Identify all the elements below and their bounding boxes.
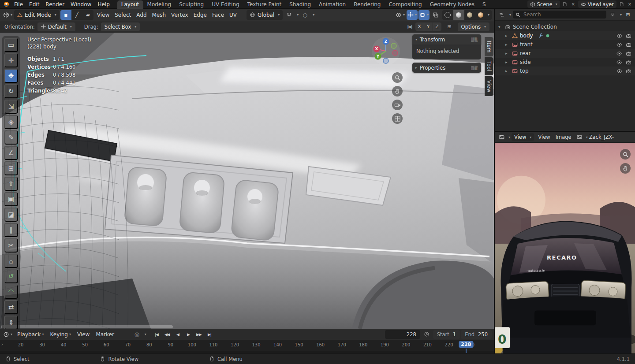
transform-panel-header[interactable]: ▾ Transform ▒▒ bbox=[412, 34, 481, 45]
workspace-tab[interactable]: UV Editing bbox=[208, 0, 243, 9]
outliner-object-row[interactable]: ▸ side bbox=[495, 58, 635, 67]
gizmo-minus-y[interactable] bbox=[391, 43, 396, 48]
timeline-menu-item[interactable]: Keying ▾ bbox=[47, 329, 74, 340]
smooth-tool[interactable]: ◠ bbox=[4, 285, 18, 299]
blender-logo-icon[interactable] bbox=[3, 1, 10, 7]
topbar-menu-item[interactable]: File bbox=[11, 0, 26, 9]
timeline-ruler[interactable]: 228 203040506070809010011012013014015016… bbox=[0, 340, 494, 351]
inset-faces-tool[interactable]: ▣ bbox=[4, 192, 18, 206]
scene-collection-row[interactable]: ▾ Scene Collection bbox=[495, 22, 635, 31]
mirror-axis-toggle[interactable]: Z bbox=[433, 22, 441, 31]
face-select-button[interactable]: ▰ bbox=[82, 10, 93, 20]
timeline-menu-item[interactable]: View ▾ bbox=[74, 329, 93, 340]
spin-tool[interactable]: ↺ bbox=[4, 269, 18, 283]
add-cube-tool[interactable]: ⊞ bbox=[4, 161, 18, 175]
disable-render-camera-icon[interactable] bbox=[626, 42, 631, 48]
scale-tool[interactable]: ⇲ bbox=[4, 100, 18, 114]
viewport-menu-item[interactable]: UV bbox=[227, 9, 239, 21]
snap-symmetry-button[interactable]: ⊞ bbox=[444, 22, 455, 32]
loop-cut-tool[interactable]: ∥ bbox=[4, 223, 18, 237]
poly-build-tool[interactable]: ⌂ bbox=[4, 254, 18, 268]
viewport-menu-item[interactable]: Mesh bbox=[149, 9, 169, 21]
image-editor-menu-item[interactable]: View bbox=[535, 132, 553, 142]
prev-keyframe-button[interactable]: ◀◀ bbox=[162, 330, 172, 339]
gizmo-z-axis[interactable]: Z bbox=[385, 39, 388, 44]
timeline-editor-type-button[interactable]: ▾ bbox=[2, 330, 13, 339]
next-keyframe-button[interactable]: ▶▶ bbox=[194, 330, 204, 339]
new-scene-button[interactable] bbox=[561, 1, 568, 8]
image-view-mode-dropdown[interactable]: View ▾ bbox=[512, 133, 534, 141]
topbar-menu-item[interactable]: Window bbox=[67, 0, 94, 9]
topbar-menu-item[interactable]: Edit bbox=[26, 0, 42, 9]
keying-options-caret[interactable]: ▾ bbox=[145, 332, 146, 336]
timeline-menu-item[interactable]: Playback ▾ bbox=[14, 329, 47, 340]
shrink-fatten-tool[interactable]: ⇕ bbox=[4, 316, 18, 330]
viewport-menu-item[interactable]: View bbox=[94, 9, 112, 21]
jump-start-button[interactable]: |◀ bbox=[152, 330, 161, 339]
ortho-toggle-button[interactable] bbox=[392, 113, 403, 124]
viewlayer-selector[interactable]: ViewLayer bbox=[578, 0, 616, 8]
proportional-options-caret[interactable]: ▾ bbox=[313, 13, 314, 17]
n-panel-tab[interactable]: View bbox=[485, 76, 493, 96]
mirror-axis-toggle[interactable]: X bbox=[415, 22, 424, 31]
orientation-dropdown[interactable]: Default ▾ bbox=[37, 22, 75, 31]
hide-viewport-eye-icon[interactable] bbox=[616, 51, 622, 56]
show-gizmos-button[interactable]: ▾ bbox=[407, 10, 418, 20]
n-panel-tab[interactable]: Tool bbox=[485, 57, 493, 75]
gizmo-x-axis[interactable]: X bbox=[375, 47, 378, 51]
unlink-scene-button[interactable]: × bbox=[570, 1, 577, 8]
end-frame-field[interactable]: End 250 bbox=[461, 330, 492, 339]
timeline-scrollbar[interactable] bbox=[0, 351, 494, 353]
options-dropdown[interactable]: Options ▾ bbox=[458, 22, 489, 31]
topbar-menu-item[interactable]: Render bbox=[42, 0, 67, 9]
image-datablock-icon[interactable] bbox=[575, 132, 583, 142]
filter-icon[interactable] bbox=[608, 10, 617, 19]
snap-options-caret[interactable]: ▾ bbox=[297, 13, 299, 17]
image-pan-button[interactable] bbox=[620, 163, 631, 174]
viewport-menu-item[interactable]: Vertex bbox=[168, 9, 191, 21]
mirror-axis-toggle[interactable]: Y bbox=[424, 22, 433, 31]
viewport-menu-item[interactable]: Face bbox=[209, 9, 227, 21]
outliner-object-row[interactable]: ▸ body bbox=[495, 31, 635, 40]
mode-dropdown[interactable]: Edit Mode ▾ bbox=[14, 10, 60, 20]
new-collection-button[interactable]: ⊞ bbox=[624, 10, 632, 19]
move-tool[interactable]: ✥ bbox=[4, 69, 18, 83]
workspace-tab[interactable]: Sculpting bbox=[175, 0, 208, 9]
hide-viewport-eye-icon[interactable] bbox=[616, 33, 622, 39]
extrude-region-tool[interactable]: ⇧ bbox=[4, 177, 18, 191]
solid-shading-button[interactable] bbox=[453, 10, 464, 20]
shading-options-caret[interactable]: ▾ bbox=[488, 13, 492, 17]
xray-toggle-button[interactable] bbox=[430, 10, 441, 20]
scene-selector[interactable]: Scene ▾ bbox=[527, 0, 560, 8]
workspace-tab[interactable]: Modeling bbox=[143, 0, 176, 9]
playhead-badge[interactable]: 228 bbox=[459, 341, 473, 348]
gizmo-minus-x[interactable] bbox=[392, 50, 398, 56]
play-reverse-button[interactable]: ◀ bbox=[173, 330, 183, 339]
viewport-menu-item[interactable]: Select bbox=[112, 9, 134, 21]
disable-render-camera-icon[interactable] bbox=[626, 68, 631, 74]
snap-toggle-button[interactable] bbox=[284, 10, 295, 20]
gizmo-y-axis[interactable]: Y bbox=[376, 54, 380, 59]
annotate-tool[interactable]: ✎ bbox=[4, 130, 18, 145]
rendered-shading-button[interactable] bbox=[475, 10, 486, 20]
measure-tool[interactable]: ∠ bbox=[4, 146, 18, 160]
hide-viewport-eye-icon[interactable] bbox=[616, 42, 622, 48]
transform-tool[interactable]: ◈ bbox=[4, 115, 18, 129]
disable-render-camera-icon[interactable] bbox=[626, 51, 631, 56]
jump-end-button[interactable]: ▶| bbox=[205, 330, 214, 339]
wireframe-shading-button[interactable] bbox=[442, 10, 453, 20]
outliner-editor-type-button[interactable] bbox=[497, 10, 506, 19]
material-shading-button[interactable] bbox=[464, 10, 475, 20]
viewport-menu-item[interactable]: Edge bbox=[191, 9, 209, 21]
search-input[interactable] bbox=[523, 11, 604, 18]
remove-viewlayer-button[interactable]: × bbox=[626, 1, 633, 8]
panel-grip-icon[interactable]: ▒▒ bbox=[471, 66, 478, 70]
disable-render-camera-icon[interactable] bbox=[626, 33, 631, 39]
proportional-edit-button[interactable]: ○ bbox=[299, 10, 310, 20]
outliner-object-row[interactable]: ▸ rear bbox=[495, 49, 635, 58]
workspace-tab[interactable]: Geometry Nodes bbox=[426, 0, 478, 9]
cursor-tool[interactable]: ✛ bbox=[4, 53, 18, 67]
bevel-tool[interactable]: ◪ bbox=[4, 208, 18, 222]
workspace-tab[interactable]: Animation bbox=[315, 0, 350, 9]
camera-view-button[interactable] bbox=[392, 100, 403, 110]
